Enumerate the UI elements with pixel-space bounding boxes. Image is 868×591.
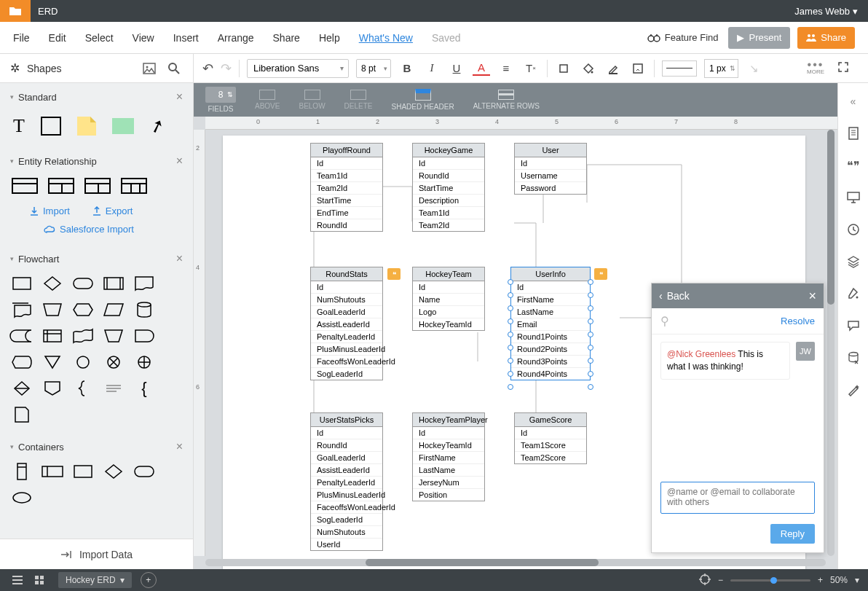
- table-playoffround[interactable]: PlayoffRound Id Team1Id Team2Id StartTim…: [310, 143, 383, 232]
- data-icon[interactable]: [845, 350, 861, 366]
- text-color-button[interactable]: A: [473, 61, 490, 76]
- redo-button[interactable]: ↷: [221, 60, 232, 77]
- more-button[interactable]: ••• MORE: [807, 61, 824, 75]
- er-table-1[interactable]: [12, 178, 38, 194]
- fc-card[interactable]: [12, 407, 32, 423]
- table-userinfo[interactable]: UserInfo Id FirstName LastName Email Rou…: [510, 267, 591, 380]
- crop-icon[interactable]: [555, 60, 572, 77]
- search-icon[interactable]: [165, 60, 183, 77]
- table-userstatspicks[interactable]: UserStatsPicks Id RoundId GoalLeaderId A…: [310, 412, 383, 551]
- back-button[interactable]: ‹Back: [659, 290, 690, 302]
- comment-input[interactable]: [660, 482, 815, 514]
- undo-button[interactable]: ↶: [202, 60, 213, 77]
- cont-3[interactable]: [73, 463, 93, 480]
- section-standard[interactable]: Standard×: [0, 83, 193, 111]
- close-icon[interactable]: ×: [176, 90, 183, 103]
- shape-options-icon[interactable]: [629, 60, 647, 77]
- fc-multidoc[interactable]: [12, 302, 32, 318]
- menu-arrange[interactable]: Arrange: [218, 32, 254, 44]
- close-panel-icon[interactable]: ×: [808, 289, 816, 304]
- paint-icon[interactable]: [845, 286, 861, 302]
- section-flowchart[interactable]: Flowchart×: [0, 245, 193, 273]
- target-icon[interactable]: [699, 574, 711, 587]
- reply-button[interactable]: Reply: [770, 524, 815, 544]
- fc-offpage[interactable]: [42, 380, 63, 396]
- fill-icon[interactable]: [580, 60, 597, 77]
- vertical-scrollbar[interactable]: [827, 130, 835, 556]
- fc-doc[interactable]: [134, 275, 154, 291]
- import-data-button[interactable]: Import Data: [0, 539, 193, 569]
- zoom-out-button[interactable]: −: [718, 575, 723, 585]
- table-user[interactable]: User Id Username Password: [514, 143, 587, 195]
- grid-view-icon[interactable]: [31, 571, 48, 589]
- share-button[interactable]: Share: [797, 27, 855, 49]
- cont-2[interactable]: [42, 463, 63, 480]
- fields-stepper[interactable]: 8 FIELDS: [205, 87, 236, 113]
- quote-icon[interactable]: ❝❞: [845, 157, 861, 173]
- presentation-icon[interactable]: [845, 189, 861, 206]
- menu-insert[interactable]: Insert: [173, 32, 199, 44]
- font-size-selector[interactable]: 8 pt: [356, 59, 391, 78]
- page-tab[interactable]: Hockey ERD▾: [58, 572, 132, 588]
- zoom-level[interactable]: 50%: [830, 575, 848, 585]
- underline-button[interactable]: U: [448, 60, 465, 77]
- cont-6[interactable]: [12, 490, 32, 506]
- feature-find[interactable]: Feature Find: [647, 32, 719, 43]
- shaded-header-button[interactable]: SHADED HEADER: [392, 89, 454, 111]
- fc-storeddata[interactable]: [12, 328, 32, 344]
- rectangle-shape[interactable]: [41, 117, 61, 136]
- fc-manualop[interactable]: [103, 328, 124, 344]
- text-shape[interactable]: T: [13, 115, 25, 137]
- table-gamescore[interactable]: GameScore Id Team1Score Team2Score: [514, 412, 587, 464]
- cont-5[interactable]: [134, 463, 154, 480]
- align-button[interactable]: ≡: [497, 60, 515, 77]
- line-style-selector[interactable]: [662, 60, 697, 77]
- menu-select[interactable]: Select: [85, 32, 114, 44]
- document-title[interactable]: ERD: [31, 6, 794, 17]
- comment-badge[interactable]: ❝: [387, 268, 401, 280]
- er-table-4[interactable]: [121, 178, 147, 194]
- pin-icon[interactable]: ⚲: [660, 314, 669, 328]
- font-selector[interactable]: Liberation Sans: [247, 59, 349, 78]
- section-containers[interactable]: Containers×: [0, 433, 193, 461]
- fc-brace[interactable]: [73, 380, 93, 396]
- er-table-3[interactable]: [84, 178, 111, 194]
- fc-display[interactable]: [12, 354, 32, 370]
- collapse-rail-icon[interactable]: «: [845, 93, 861, 109]
- menu-view[interactable]: View: [133, 32, 154, 44]
- fc-annotation[interactable]: [103, 380, 124, 396]
- fc-para[interactable]: [103, 302, 124, 318]
- close-icon[interactable]: ×: [176, 154, 183, 168]
- cont-1[interactable]: [12, 463, 32, 480]
- border-color-icon[interactable]: [604, 60, 622, 77]
- block-shape[interactable]: [112, 118, 134, 134]
- line-width-selector[interactable]: 1 px: [704, 59, 738, 78]
- section-er[interactable]: Entity Relationship×: [0, 147, 193, 175]
- delete-field-button[interactable]: DELETE: [344, 90, 373, 110]
- zoom-in-button[interactable]: +: [818, 575, 823, 585]
- fc-or[interactable]: [134, 354, 154, 370]
- table-hockeyteamplayer[interactable]: HockeyTeamPlayer Id HockeyTeamId FirstNa…: [412, 412, 485, 501]
- menu-help[interactable]: Help: [319, 32, 340, 44]
- cont-4[interactable]: [103, 463, 124, 480]
- fc-manual[interactable]: [42, 302, 63, 318]
- menu-file[interactable]: File: [13, 32, 30, 44]
- fc-connector[interactable]: [73, 354, 93, 370]
- fc-tape[interactable]: [73, 328, 93, 344]
- fc-rect[interactable]: [12, 275, 32, 291]
- fc-terminator[interactable]: [73, 275, 93, 291]
- close-icon[interactable]: ×: [176, 252, 183, 265]
- salesforce-import-link[interactable]: Salesforce Import: [0, 221, 193, 245]
- user-menu[interactable]: James Webb ▾: [794, 6, 868, 17]
- note-shape[interactable]: [77, 117, 96, 136]
- image-icon[interactable]: [141, 60, 158, 77]
- layers-icon[interactable]: [845, 254, 861, 270]
- fc-hex[interactable]: [73, 302, 93, 318]
- text-format-button[interactable]: T×: [522, 60, 540, 77]
- fc-brace-open[interactable]: {: [134, 380, 154, 396]
- table-hockeyteam[interactable]: HockeyTeam Id Name Logo HockeyTeamId: [412, 267, 485, 331]
- import-link[interactable]: Import: [29, 206, 70, 216]
- present-button[interactable]: ▶ Present: [728, 27, 790, 49]
- fc-delay[interactable]: [134, 328, 154, 344]
- add-below-button[interactable]: BELOW: [299, 90, 325, 110]
